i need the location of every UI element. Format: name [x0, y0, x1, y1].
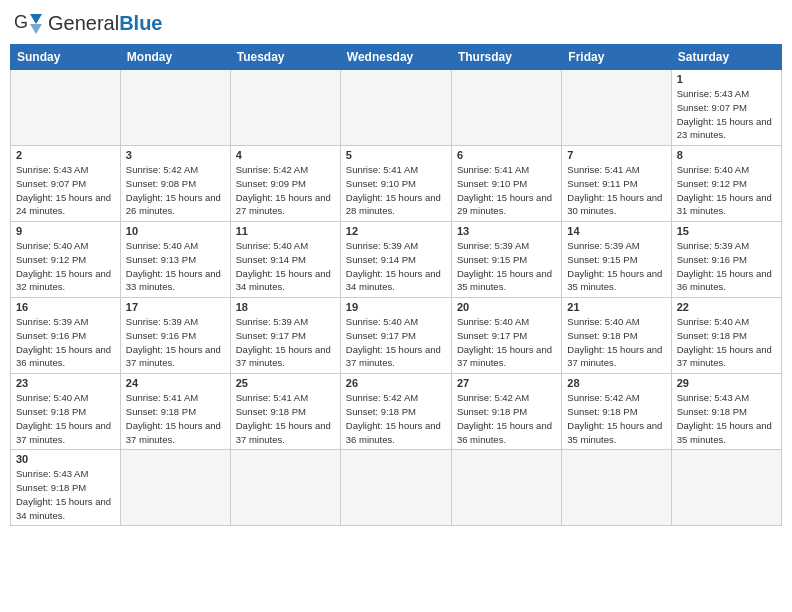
calendar: SundayMondayTuesdayWednesdayThursdayFrid… — [10, 44, 782, 526]
day-cell: 10Sunrise: 5:40 AM Sunset: 9:13 PM Dayli… — [120, 222, 230, 298]
day-info: Sunrise: 5:39 AM Sunset: 9:14 PM Dayligh… — [346, 239, 446, 294]
day-number: 20 — [457, 301, 556, 313]
weekday-thursday: Thursday — [451, 45, 561, 70]
day-number: 24 — [126, 377, 225, 389]
day-cell: 6Sunrise: 5:41 AM Sunset: 9:10 PM Daylig… — [451, 146, 561, 222]
day-info: Sunrise: 5:40 AM Sunset: 9:17 PM Dayligh… — [457, 315, 556, 370]
day-info: Sunrise: 5:39 AM Sunset: 9:16 PM Dayligh… — [677, 239, 776, 294]
week-row-5: 23Sunrise: 5:40 AM Sunset: 9:18 PM Dayli… — [11, 374, 782, 450]
day-cell — [230, 450, 340, 526]
day-info: Sunrise: 5:39 AM Sunset: 9:15 PM Dayligh… — [567, 239, 665, 294]
week-row-6: 30Sunrise: 5:43 AM Sunset: 9:18 PM Dayli… — [11, 450, 782, 526]
day-number: 6 — [457, 149, 556, 161]
day-cell — [230, 70, 340, 146]
weekday-tuesday: Tuesday — [230, 45, 340, 70]
header: G GeneralBlue — [10, 10, 782, 36]
day-cell: 27Sunrise: 5:42 AM Sunset: 9:18 PM Dayli… — [451, 374, 561, 450]
day-info: Sunrise: 5:41 AM Sunset: 9:10 PM Dayligh… — [346, 163, 446, 218]
day-info: Sunrise: 5:39 AM Sunset: 9:16 PM Dayligh… — [16, 315, 115, 370]
day-number: 26 — [346, 377, 446, 389]
day-number: 16 — [16, 301, 115, 313]
day-info: Sunrise: 5:43 AM Sunset: 9:18 PM Dayligh… — [16, 467, 115, 522]
week-row-1: 1Sunrise: 5:43 AM Sunset: 9:07 PM Daylig… — [11, 70, 782, 146]
day-number: 13 — [457, 225, 556, 237]
week-row-4: 16Sunrise: 5:39 AM Sunset: 9:16 PM Dayli… — [11, 298, 782, 374]
svg-marker-2 — [30, 24, 42, 34]
logo-text: GeneralBlue — [48, 12, 163, 35]
day-number: 27 — [457, 377, 556, 389]
day-info: Sunrise: 5:41 AM Sunset: 9:18 PM Dayligh… — [126, 391, 225, 446]
weekday-saturday: Saturday — [671, 45, 781, 70]
day-info: Sunrise: 5:42 AM Sunset: 9:18 PM Dayligh… — [346, 391, 446, 446]
day-info: Sunrise: 5:40 AM Sunset: 9:12 PM Dayligh… — [677, 163, 776, 218]
weekday-friday: Friday — [562, 45, 671, 70]
day-cell: 19Sunrise: 5:40 AM Sunset: 9:17 PM Dayli… — [340, 298, 451, 374]
day-cell: 13Sunrise: 5:39 AM Sunset: 9:15 PM Dayli… — [451, 222, 561, 298]
day-info: Sunrise: 5:42 AM Sunset: 9:08 PM Dayligh… — [126, 163, 225, 218]
day-info: Sunrise: 5:43 AM Sunset: 9:07 PM Dayligh… — [16, 163, 115, 218]
day-cell: 23Sunrise: 5:40 AM Sunset: 9:18 PM Dayli… — [11, 374, 121, 450]
day-number: 15 — [677, 225, 776, 237]
day-cell: 1Sunrise: 5:43 AM Sunset: 9:07 PM Daylig… — [671, 70, 781, 146]
day-info: Sunrise: 5:39 AM Sunset: 9:17 PM Dayligh… — [236, 315, 335, 370]
day-number: 2 — [16, 149, 115, 161]
day-number: 19 — [346, 301, 446, 313]
day-cell — [562, 450, 671, 526]
weekday-sunday: Sunday — [11, 45, 121, 70]
day-number: 28 — [567, 377, 665, 389]
day-cell — [562, 70, 671, 146]
day-cell: 7Sunrise: 5:41 AM Sunset: 9:11 PM Daylig… — [562, 146, 671, 222]
day-cell: 22Sunrise: 5:40 AM Sunset: 9:18 PM Dayli… — [671, 298, 781, 374]
day-cell — [120, 450, 230, 526]
day-cell: 4Sunrise: 5:42 AM Sunset: 9:09 PM Daylig… — [230, 146, 340, 222]
day-info: Sunrise: 5:40 AM Sunset: 9:12 PM Dayligh… — [16, 239, 115, 294]
day-info: Sunrise: 5:40 AM Sunset: 9:18 PM Dayligh… — [16, 391, 115, 446]
day-cell — [340, 70, 451, 146]
day-cell: 15Sunrise: 5:39 AM Sunset: 9:16 PM Dayli… — [671, 222, 781, 298]
day-cell: 11Sunrise: 5:40 AM Sunset: 9:14 PM Dayli… — [230, 222, 340, 298]
day-number: 11 — [236, 225, 335, 237]
day-cell — [451, 450, 561, 526]
day-cell — [120, 70, 230, 146]
weekday-wednesday: Wednesday — [340, 45, 451, 70]
svg-marker-1 — [30, 14, 42, 24]
day-number: 18 — [236, 301, 335, 313]
day-cell: 12Sunrise: 5:39 AM Sunset: 9:14 PM Dayli… — [340, 222, 451, 298]
day-cell: 16Sunrise: 5:39 AM Sunset: 9:16 PM Dayli… — [11, 298, 121, 374]
day-info: Sunrise: 5:39 AM Sunset: 9:16 PM Dayligh… — [126, 315, 225, 370]
day-number: 7 — [567, 149, 665, 161]
day-number: 14 — [567, 225, 665, 237]
day-info: Sunrise: 5:42 AM Sunset: 9:18 PM Dayligh… — [567, 391, 665, 446]
day-number: 22 — [677, 301, 776, 313]
day-info: Sunrise: 5:41 AM Sunset: 9:11 PM Dayligh… — [567, 163, 665, 218]
day-cell: 20Sunrise: 5:40 AM Sunset: 9:17 PM Dayli… — [451, 298, 561, 374]
day-info: Sunrise: 5:42 AM Sunset: 9:18 PM Dayligh… — [457, 391, 556, 446]
day-info: Sunrise: 5:40 AM Sunset: 9:13 PM Dayligh… — [126, 239, 225, 294]
day-info: Sunrise: 5:43 AM Sunset: 9:07 PM Dayligh… — [677, 87, 776, 142]
day-number: 17 — [126, 301, 225, 313]
day-cell: 3Sunrise: 5:42 AM Sunset: 9:08 PM Daylig… — [120, 146, 230, 222]
day-number: 9 — [16, 225, 115, 237]
day-cell: 5Sunrise: 5:41 AM Sunset: 9:10 PM Daylig… — [340, 146, 451, 222]
logo: G GeneralBlue — [14, 10, 163, 36]
day-number: 29 — [677, 377, 776, 389]
day-cell: 29Sunrise: 5:43 AM Sunset: 9:18 PM Dayli… — [671, 374, 781, 450]
day-cell: 9Sunrise: 5:40 AM Sunset: 9:12 PM Daylig… — [11, 222, 121, 298]
day-cell — [671, 450, 781, 526]
day-number: 12 — [346, 225, 446, 237]
day-info: Sunrise: 5:42 AM Sunset: 9:09 PM Dayligh… — [236, 163, 335, 218]
day-cell: 14Sunrise: 5:39 AM Sunset: 9:15 PM Dayli… — [562, 222, 671, 298]
day-number: 4 — [236, 149, 335, 161]
day-cell: 21Sunrise: 5:40 AM Sunset: 9:18 PM Dayli… — [562, 298, 671, 374]
day-number: 1 — [677, 73, 776, 85]
day-cell: 26Sunrise: 5:42 AM Sunset: 9:18 PM Dayli… — [340, 374, 451, 450]
day-cell — [451, 70, 561, 146]
day-number: 30 — [16, 453, 115, 465]
day-cell: 24Sunrise: 5:41 AM Sunset: 9:18 PM Dayli… — [120, 374, 230, 450]
day-cell: 2Sunrise: 5:43 AM Sunset: 9:07 PM Daylig… — [11, 146, 121, 222]
day-cell: 8Sunrise: 5:40 AM Sunset: 9:12 PM Daylig… — [671, 146, 781, 222]
day-cell: 30Sunrise: 5:43 AM Sunset: 9:18 PM Dayli… — [11, 450, 121, 526]
day-number: 8 — [677, 149, 776, 161]
day-cell: 28Sunrise: 5:42 AM Sunset: 9:18 PM Dayli… — [562, 374, 671, 450]
day-number: 5 — [346, 149, 446, 161]
